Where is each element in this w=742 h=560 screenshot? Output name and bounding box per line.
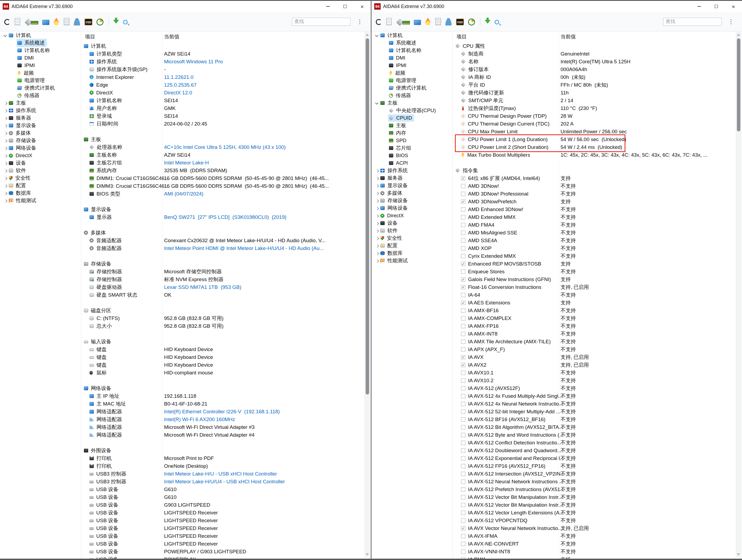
data-row[interactable]: 计算机类型AZW SEi14: [81, 50, 364, 58]
overclock-flame-icon[interactable]: [53, 18, 59, 26]
maximize-button[interactable]: [336, 1, 354, 12]
section-row[interactable]: 磁盘分区: [81, 307, 364, 314]
data-row[interactable]: AMD 3DNow! Professional不支持: [453, 190, 736, 198]
search-input[interactable]: [663, 18, 722, 26]
row-value-link[interactable]: Intel Meteor Lake-H/U - USB xHCI Host Co…: [164, 471, 277, 477]
data-row[interactable]: IA AVX-512 Vector Bit Manipulation Instr…: [453, 501, 736, 509]
vertical-scrollbar[interactable]: [736, 32, 741, 558]
data-row[interactable]: 硬盘 SMART 状态OK: [81, 291, 364, 299]
data-row[interactable]: IA AES Extensions支持: [453, 299, 736, 307]
row-value-link[interactable]: 4C+10c Intel Core Ultra 5 125H, 4300 MHz…: [164, 144, 286, 150]
data-row[interactable]: USB 设备POWERPLAY: [81, 555, 364, 559]
sidebar-item[interactable]: DMI: [372, 54, 453, 62]
checkbox-unchecked[interactable]: [461, 184, 465, 188]
sidebar-item[interactable]: 设备: [0, 159, 81, 167]
data-row[interactable]: AMD MisAligned SSE不支持: [453, 229, 736, 237]
checkbox-unchecked[interactable]: [461, 223, 465, 227]
section-row[interactable]: 多媒体: [81, 229, 364, 237]
data-row[interactable]: 处理器名称4C+10c Intel Core Ultra 5 125H, 430…: [81, 143, 364, 151]
checkbox-checked[interactable]: [461, 277, 465, 282]
data-row[interactable]: DIMM3: Crucial CT16G56C46...16 GB DDR5-5…: [81, 182, 364, 190]
data-row[interactable]: 硬盘驱动器Lexar SSD NM7A1 1TB (953 GB): [81, 283, 364, 291]
data-row[interactable]: IA AMX-BF16不支持: [453, 307, 736, 314]
sidebar-item[interactable]: 便携式计算机: [0, 84, 81, 92]
data-row[interactable]: 操作系统Microsoft Windows 11 Pro: [81, 58, 364, 65]
checkbox-unchecked[interactable]: [461, 246, 465, 251]
sidebar-item[interactable]: DMI: [0, 54, 81, 62]
memory-tool-icon[interactable]: [31, 21, 38, 24]
scrollbar-thumb[interactable]: [737, 38, 740, 132]
sidebar-item[interactable]: 计算机: [372, 32, 453, 39]
data-row[interactable]: 总大小952.8 GB (832.8 GB 可用): [81, 322, 364, 330]
chevron-right-icon[interactable]: [3, 160, 8, 166]
section-row[interactable]: 主板: [81, 136, 364, 143]
data-row[interactable]: USB 设备G903 LIGHTSPEED: [81, 501, 364, 509]
data-row[interactable]: 系统内存32535 MB (DDR5 SDRAM): [81, 166, 364, 174]
sidebar-item[interactable]: 计算机: [0, 32, 81, 39]
checkbox-unchecked[interactable]: [461, 239, 465, 243]
chevron-right-icon[interactable]: [374, 168, 380, 173]
chevron-down-icon[interactable]: [374, 33, 380, 38]
data-row[interactable]: IA AVX-512 Byte and Word Instructions (.…: [453, 431, 736, 439]
checkbox-unchecked[interactable]: [461, 410, 465, 414]
checkbox-checked[interactable]: [461, 363, 465, 367]
sidebar-item[interactable]: 电源管理: [0, 77, 81, 84]
download-arrow-icon[interactable]: [485, 20, 490, 27]
sidebar-item[interactable]: 操作系统: [372, 167, 453, 174]
chevron-right-icon[interactable]: [3, 115, 8, 121]
data-row[interactable]: IA AVX-512 Conflict Detection Instructio…: [453, 439, 736, 447]
sidebar-item[interactable]: IPMI: [0, 62, 81, 69]
osd-button[interactable]: OSD: [456, 18, 464, 26]
sidebar-item[interactable]: 主板: [372, 122, 453, 129]
data-row[interactable]: AMD Extended MMX不支持: [453, 213, 736, 221]
data-row[interactable]: DIMM1: Crucial CT16G56C46...16 GB DDR5-5…: [81, 174, 364, 182]
data-row[interactable]: CPU Thermal Design Power (TDP)28 W: [453, 112, 736, 120]
checkbox-unchecked[interactable]: [461, 192, 465, 196]
chevron-right-icon[interactable]: [3, 123, 8, 128]
data-row[interactable]: 网络适配器Microsoft Wi-Fi Direct Virtual Adap…: [81, 431, 364, 439]
data-row[interactable]: USB 设备LIGHTSPEED Receiver: [81, 540, 364, 548]
sidebar-item[interactable]: 超频: [0, 69, 81, 77]
data-row[interactable]: AMD 3DNow!不支持: [453, 182, 736, 190]
sidebar-item[interactable]: 中央处理器(CPU): [372, 107, 453, 114]
section-row[interactable]: 存储设备: [81, 260, 364, 268]
checkbox-unchecked[interactable]: [461, 542, 465, 546]
data-row[interactable]: IA AVX-512 BF16 (AVX512_BF16)不支持: [453, 415, 736, 423]
sidebar-item[interactable]: 服务器: [372, 174, 453, 182]
sidebar-item[interactable]: ACPI: [372, 159, 453, 167]
data-row[interactable]: IA AVX2支持, 已启用: [453, 361, 736, 369]
checkbox-unchecked[interactable]: [461, 332, 465, 336]
checkbox-unchecked[interactable]: [461, 550, 465, 554]
sidebar-item[interactable]: BIOS: [372, 152, 453, 159]
data-row[interactable]: USB 设备LIGHTSPEED Receiver: [81, 524, 364, 532]
maximize-button[interactable]: [708, 1, 725, 12]
data-row[interactable]: IA AVX支持, 已启用: [453, 353, 736, 361]
vertical-scrollbar[interactable]: [365, 32, 370, 558]
checkbox-unchecked[interactable]: [461, 293, 465, 297]
sensor-gauge-icon[interactable]: [468, 18, 475, 26]
section-row[interactable]: CPU 属性: [453, 42, 736, 50]
sidebar-item[interactable]: 计算机名称: [372, 47, 453, 54]
checkbox-unchecked[interactable]: [461, 269, 465, 274]
data-row[interactable]: 主 MAC 地址B0-41-6F-10-68-21: [81, 400, 364, 408]
checkbox-unchecked[interactable]: [461, 479, 465, 484]
checkbox-unchecked[interactable]: [461, 386, 465, 391]
data-row[interactable]: 微代码修订更新11h: [453, 89, 736, 97]
data-row[interactable]: 主板名称AZW SEi14: [81, 151, 364, 159]
checkbox-unchecked[interactable]: [461, 378, 465, 383]
data-row[interactable]: USB 设备LIGHTSPEED Receiver: [81, 509, 364, 517]
data-row[interactable]: 音频适配器Conexant Cx20632 @ Intel Meteor Lak…: [81, 237, 364, 244]
data-row[interactable]: IA AVX-VNNI-INT8不支持: [453, 548, 736, 555]
devices-tool-icon[interactable]: [414, 20, 421, 25]
row-value-link[interactable]: DirectX 12.0: [164, 90, 192, 96]
sidebar-item[interactable]: SPD: [372, 137, 453, 144]
devices-tool-icon[interactable]: [42, 20, 49, 25]
checkbox-checked[interactable]: [461, 526, 465, 530]
scroll-down-icon[interactable]: [366, 553, 369, 556]
data-row[interactable]: Galois Field New Instructions (GFNI)支持: [453, 275, 736, 283]
chevron-right-icon[interactable]: [3, 100, 8, 106]
data-row[interactable]: 平台 IDFFh / MC 80h (未知): [453, 81, 736, 89]
user-tool-icon[interactable]: [73, 18, 81, 26]
checkbox-unchecked[interactable]: [461, 308, 465, 313]
minimize-button[interactable]: [319, 1, 336, 12]
